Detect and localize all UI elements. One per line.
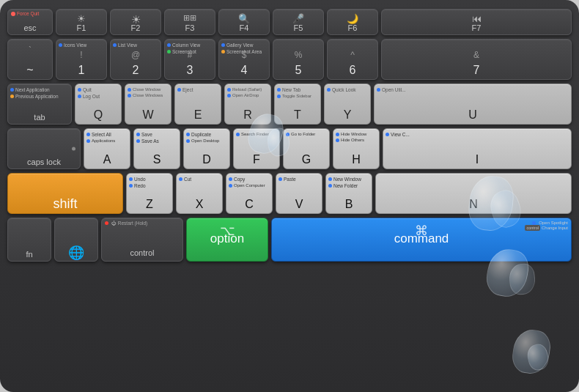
q-label: Q (94, 109, 103, 124)
key-6-secondary: ^ (350, 50, 355, 60)
option-symbol: ⌥ (220, 223, 235, 239)
fn-label: fn (26, 250, 32, 261)
key-c[interactable]: Copy Open Computer C (226, 173, 273, 214)
r-label: R (243, 109, 252, 124)
f2-icon: ☀ (131, 13, 141, 26)
key-tilde[interactable]: ~ ` (7, 39, 53, 80)
force-quit-hint: Force Quit (11, 11, 39, 16)
caps-lock-indicator (72, 147, 75, 151)
key-f3[interactable]: ⊞⊞ F3 (164, 9, 215, 35)
d-label: D (202, 154, 211, 169)
key-a[interactable]: Select All Applications A (84, 128, 130, 169)
caps-lock-label: caps lock (27, 158, 61, 169)
key-4-label: 4 (241, 64, 248, 79)
key-tab[interactable]: Next Application Previous Application ta… (7, 84, 72, 125)
h-label: H (352, 154, 361, 169)
f6-label: F6 (348, 23, 358, 34)
key-globe[interactable]: 🌐 (54, 218, 98, 262)
j-label: I (476, 154, 479, 169)
f7-label: F7 (472, 23, 482, 34)
key-f5[interactable]: 🎤 F5 (273, 9, 324, 35)
y-label: Y (344, 109, 352, 124)
key-2-label: 2 (133, 64, 139, 79)
z-label: Z (146, 199, 153, 213)
f3-icon: ⊞⊞ (183, 13, 196, 23)
f5-label: F5 (294, 23, 303, 34)
key-s[interactable]: Save Save As S (133, 128, 180, 169)
a-label: A (103, 154, 111, 169)
key-d[interactable]: Duplicate Open Desktop D (183, 128, 230, 169)
key-v[interactable]: Paste V (276, 173, 322, 214)
b-label: B (345, 199, 353, 213)
key-f4[interactable]: 🔍 F4 (218, 9, 270, 35)
key-1-label: 1 (78, 64, 85, 79)
key-caps-lock[interactable]: caps lock (7, 128, 81, 169)
tab-label: tab (34, 113, 45, 124)
key-6-label: 6 (350, 64, 356, 79)
key-w[interactable]: Close Window Close Windows W (125, 84, 172, 125)
key-q[interactable]: Quit Log Out Q (75, 84, 122, 125)
key-4-secondary: $ (242, 50, 247, 60)
qwerty-row: Next Application Previous Application ta… (7, 84, 572, 125)
tilde-secondary: ` (29, 45, 32, 56)
key-u[interactable]: Open Util... U (374, 84, 572, 125)
keyboard: Force Quit esc ☀ F1 ☀ F2 ⊞⊞ F3 🔍 F4 🎤 F5 (0, 0, 579, 392)
key-h[interactable]: Hide Window Hide Others H (333, 128, 380, 169)
shift-row: shift Undo Redo Z Cut (7, 173, 572, 214)
g-label: G (302, 154, 311, 169)
w-label: W (142, 109, 153, 124)
key-b[interactable]: New Window New Folder B (325, 173, 372, 214)
globe-icon: 🌐 (68, 245, 84, 261)
f-label: F (253, 154, 260, 169)
key-7[interactable]: 7 & (381, 39, 572, 80)
t-label: T (294, 109, 301, 124)
f3-label: F3 (185, 23, 195, 34)
key-esc[interactable]: Force Quit esc (7, 9, 53, 35)
bottom-row: fn 🌐 ⏻ Restart (Hold) control ⌥ option O… (7, 218, 572, 262)
f1-icon: ☀ (77, 13, 86, 24)
key-7-label: 7 (473, 64, 480, 79)
key-4[interactable]: Gallery View Screenshot Area 4 $ (218, 39, 270, 80)
key-1[interactable]: Icons View 1 ! (56, 39, 107, 80)
key-2-secondary: @ (131, 50, 140, 60)
shift-label: shift (53, 197, 77, 213)
key-command[interactable]: Open Spotlight control Change Input ⌘ co… (271, 218, 572, 262)
tilde-label: ~ (26, 64, 33, 79)
restart-hint: ⏻ Restart (Hold) (105, 221, 147, 226)
key-e[interactable]: Eject E (174, 84, 221, 125)
key-shift[interactable]: shift (7, 173, 123, 214)
x-label: X (196, 199, 204, 213)
key-j[interactable]: View C... I (383, 128, 572, 169)
key-y[interactable]: Quick Look Y (324, 84, 371, 125)
key-6[interactable]: 6 ^ (327, 39, 378, 80)
number-row: ~ ` Icons View 1 ! List View 2 @ (7, 39, 572, 80)
key-f6[interactable]: 🌙 F6 (327, 9, 378, 35)
key-5[interactable]: 5 % (273, 39, 324, 80)
f1-label: F1 (77, 23, 86, 34)
key-3[interactable]: Column View Screenshot 3 # (164, 39, 215, 80)
key-2[interactable]: List View 2 @ (110, 39, 161, 80)
key-fn[interactable]: fn (7, 218, 51, 262)
key-option[interactable]: ⌥ option (186, 218, 268, 262)
key-1-secondary: ! (80, 50, 82, 60)
v-label: V (295, 199, 303, 213)
u-label: U (468, 109, 477, 124)
key-x[interactable]: Cut X (176, 173, 223, 214)
key-z[interactable]: Undo Redo Z (126, 173, 173, 214)
esc-label: esc (23, 23, 36, 34)
key-n[interactable]: N (375, 173, 572, 214)
n-label: N (469, 199, 478, 213)
key-f2[interactable]: ☀ F2 (110, 9, 161, 35)
c-label: C (245, 199, 254, 213)
key-t[interactable]: New Tab Toggle Sidebar T (274, 84, 321, 125)
key-3-secondary: # (188, 50, 193, 60)
key-f[interactable]: Search Finder F (233, 128, 280, 169)
key-g[interactable]: Go to Folder G (283, 128, 330, 169)
key-control[interactable]: ⏻ Restart (Hold) control (101, 218, 183, 262)
f4-label: F4 (240, 23, 249, 34)
s-label: S (153, 154, 161, 169)
key-r[interactable]: Reload (Safari) Open AirDrop R (224, 84, 271, 125)
key-f7[interactable]: ⏮ F7 (381, 9, 572, 35)
f7-icon: ⏮ (472, 13, 482, 24)
key-f1[interactable]: ☀ F1 (56, 9, 107, 35)
